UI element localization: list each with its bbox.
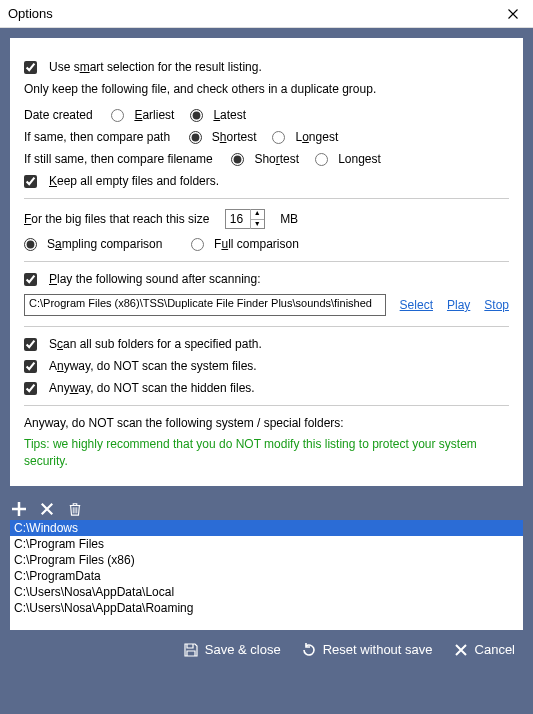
path-shortest-label: Shortest [212,130,257,144]
list-item[interactable]: C:\Users\Nosa\AppData\Local [10,584,523,600]
reset-label: Reset without save [323,642,433,657]
fn-longest-label: Longest [338,152,381,166]
spin-down-icon[interactable]: ▼ [251,220,264,230]
sampling-label: Sampling comparison [47,237,162,251]
list-item[interactable]: C:\Program Files [10,536,523,552]
fn-shortest-label: Shortest [254,152,299,166]
path-longest-radio[interactable] [272,131,285,144]
bigfiles-size-input[interactable]: 16 ▲ ▼ [225,209,265,229]
close-button[interactable] [501,2,525,26]
smart-selection-checkbox[interactable] [24,61,37,74]
path-shortest-radio[interactable] [189,131,202,144]
list-item[interactable]: C:\Users\Nosa\AppData\Roaming [10,600,523,616]
titlebar: Options [0,0,533,28]
compare-filename-label: If still same, then compare filename [24,152,213,166]
earliest-label: Earliest [134,108,174,122]
keep-empty-checkbox[interactable] [24,175,37,188]
exclude-heading: Anyway, do NOT scan the following system… [24,416,509,430]
footer: Save & close Reset without save Cancel [0,630,533,670]
save-close-button[interactable]: Save & close [183,642,281,658]
list-item[interactable]: C:\ProgramData [10,568,523,584]
trash-icon[interactable] [66,500,84,518]
window-title: Options [8,6,501,21]
cancel-button[interactable]: Cancel [453,642,515,658]
bigfiles-size-value: 16 [230,212,243,226]
earliest-radio[interactable] [111,109,124,122]
exclude-listbox[interactable]: C:\WindowsC:\Program FilesC:\Program Fil… [10,520,523,630]
exclude-tips: Tips: we highly recommend that you do NO… [24,436,509,470]
save-close-label: Save & close [205,642,281,657]
list-item[interactable]: C:\Windows [10,520,523,536]
date-created-label: Date created [24,108,93,122]
skip-system-label: Anyway, do NOT scan the system files. [49,359,257,373]
options-panel: Use smart selection for the result listi… [10,38,523,486]
remove-icon[interactable] [38,500,56,518]
path-longest-label: Longest [295,130,338,144]
skip-hidden-label: Anyway, do NOT scan the hidden files. [49,381,255,395]
stop-sound-link[interactable]: Stop [484,298,509,312]
scan-subfolders-label: Scan all sub folders for a specified pat… [49,337,262,351]
skip-hidden-checkbox[interactable] [24,382,37,395]
play-sound-label: Play the following sound after scanning: [49,272,260,286]
latest-label: Latest [213,108,246,122]
reset-icon [301,642,317,658]
select-sound-link[interactable]: Select [400,298,433,312]
spin-up-icon[interactable]: ▲ [251,209,264,220]
latest-radio[interactable] [190,109,203,122]
fn-shortest-radio[interactable] [231,153,244,166]
scan-subfolders-checkbox[interactable] [24,338,37,351]
reset-button[interactable]: Reset without save [301,642,433,658]
cancel-icon [453,642,469,658]
full-label: Full comparison [214,237,299,251]
sampling-radio[interactable] [24,238,37,251]
exclude-toolbar [0,496,533,520]
smart-selection-label: Use smart selection for the result listi… [49,60,262,74]
compare-path-label: If same, then compare path [24,130,170,144]
cancel-label: Cancel [475,642,515,657]
fn-longest-radio[interactable] [315,153,328,166]
skip-system-checkbox[interactable] [24,360,37,373]
keep-empty-label: Keep all empty files and folders. [49,174,219,188]
bigfiles-label: For the big files that reach this size [24,212,209,226]
bigfiles-unit: MB [280,212,298,226]
smart-description: Only keep the following file, and check … [24,82,509,96]
save-icon [183,642,199,658]
play-sound-link[interactable]: Play [447,298,470,312]
add-icon[interactable] [10,500,28,518]
sound-path-input[interactable]: C:\Program Files (x86)\TSS\Duplicate Fil… [24,294,386,316]
list-item[interactable]: C:\Program Files (x86) [10,552,523,568]
play-sound-checkbox[interactable] [24,273,37,286]
full-radio[interactable] [191,238,204,251]
